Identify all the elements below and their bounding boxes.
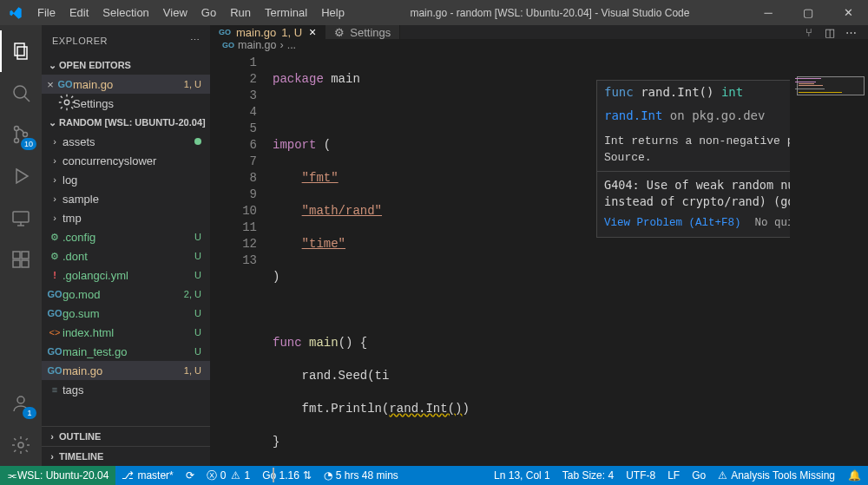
workspace-label: RANDOM [WSL: UBUNTU-20.04] <box>59 117 206 128</box>
tree-status: U <box>194 270 210 280</box>
section-workspace[interactable]: ⌄RANDOM [WSL: UBUNTU-20.04] <box>42 113 210 132</box>
svg-point-2 <box>14 86 26 98</box>
activity-account[interactable]: 1 <box>0 383 42 424</box>
status-remote[interactable]: ⫘WSL: Ubuntu-20.04 <box>0 466 115 485</box>
activity-settings[interactable] <box>0 424 42 466</box>
tree-label: .config <box>62 231 194 244</box>
svg-point-17 <box>64 100 69 105</box>
section-timeline[interactable]: ›TIMELINE <box>42 446 210 466</box>
file-index-html[interactable]: <>index.htmlU <box>42 323 210 342</box>
section-open-editors[interactable]: ⌄OPEN EDITORS <box>42 56 210 75</box>
gear-icon: ⚙ <box>47 251 62 262</box>
menu-terminal[interactable]: Terminal <box>258 0 314 25</box>
menu-file[interactable]: File <box>30 0 62 25</box>
menu-selection[interactable]: Selection <box>95 0 155 25</box>
editor-area: GO main.go 1, U × ⚙ Settings ⑂ ◫ ⋯ GO ma… <box>210 25 868 466</box>
gear-icon: ⚙ <box>334 26 345 39</box>
menu-edit[interactable]: Edit <box>62 0 95 25</box>
file-main-go[interactable]: GOmain.go1, U <box>42 361 210 380</box>
folder-concurrencyslower[interactable]: ›concurrencyslower <box>42 151 210 170</box>
svg-rect-0 <box>15 43 24 56</box>
folder-log[interactable]: ›log <box>42 170 210 189</box>
file-main-test-go[interactable]: GOmain_test.goU <box>42 342 210 361</box>
svg-line-3 <box>24 96 30 102</box>
section-outline[interactable]: ›OUTLINE <box>42 426 210 446</box>
go-icon: GO <box>47 365 62 376</box>
open-editor-label: Settings <box>73 97 210 110</box>
activity-debug[interactable] <box>0 155 42 197</box>
file-go-mod[interactable]: GOgo.mod2, U <box>42 285 210 304</box>
tab-main-go[interactable]: GO main.go 1, U × <box>210 25 326 39</box>
activity-scm[interactable]: 10 <box>0 114 42 155</box>
view-problem-link[interactable]: View Problem (Alt+F8) <box>604 215 741 232</box>
window-title: main.go - random [WSL: Ubuntu-20.04] - V… <box>352 7 748 19</box>
gear-icon <box>57 93 73 114</box>
maximize-button[interactable]: ▢ <box>788 0 828 25</box>
code-editor[interactable]: 1 2 3 4 5 6 7 8 9 10 11 12 13 package ma… <box>210 51 868 485</box>
status-branch[interactable]: ⎇master* <box>115 466 179 485</box>
tab-label: main.go <box>236 26 276 39</box>
menu-bar: File Edit Selection View Go Run Terminal… <box>30 0 352 25</box>
activity-explorer[interactable] <box>0 30 42 72</box>
tree-label: .dont <box>62 250 194 263</box>
explorer-more-icon[interactable]: ⋯ <box>190 35 201 46</box>
sync-icon: ⟳ <box>186 469 194 482</box>
code-token: fmt.Println( <box>273 402 389 416</box>
menu-run[interactable]: Run <box>223 0 258 25</box>
go-icon: GO <box>222 41 234 49</box>
tree-label: tags <box>62 383 210 397</box>
folder-sample[interactable]: ›sample <box>42 189 210 208</box>
mm-line <box>799 85 823 86</box>
minimap[interactable] <box>790 75 868 448</box>
line-number: 12 <box>210 236 257 252</box>
close-icon[interactable]: × <box>43 78 57 91</box>
menu-go[interactable]: Go <box>194 0 223 25</box>
code-token: main <box>309 336 339 350</box>
account-badge: 1 <box>23 407 36 419</box>
code-token: } <box>273 434 868 450</box>
open-editor-settings[interactable]: Settings <box>42 94 210 113</box>
tree-label: tmp <box>62 212 210 225</box>
menu-view[interactable]: View <box>156 0 194 25</box>
tab-settings[interactable]: ⚙ Settings <box>326 25 400 39</box>
line-number: 11 <box>210 220 257 236</box>
svg-rect-8 <box>13 212 29 222</box>
chevron-right-icon: › <box>47 193 62 204</box>
activity-remote[interactable] <box>0 197 42 239</box>
status-sync[interactable]: ⟳ <box>180 466 201 485</box>
code-token <box>302 336 309 350</box>
tab-close-icon[interactable]: × <box>309 25 316 39</box>
tree-status: 1, U <box>184 365 210 376</box>
file-dont[interactable]: ⚙.dontU <box>42 246 210 265</box>
tree-status: U <box>194 251 210 261</box>
svg-rect-12 <box>13 260 20 267</box>
file-config[interactable]: ⚙.configU <box>42 227 210 246</box>
activity-extensions[interactable] <box>0 239 42 280</box>
file-go-sum[interactable]: GOgo.sumU <box>42 304 210 323</box>
folder-tmp[interactable]: ›tmp <box>42 208 210 227</box>
code-warning-token: rand.Int() <box>389 402 462 416</box>
sidebar-header: EXPLORER ⋯ <box>42 25 210 56</box>
code-token: main <box>324 72 360 86</box>
go-icon: GO <box>47 346 62 357</box>
line-gutter: 1 2 3 4 5 6 7 8 9 10 11 12 13 <box>210 51 273 485</box>
open-editor-main-go[interactable]: × GO main.go 1, U <box>42 75 210 94</box>
split-icon[interactable]: ◫ <box>819 26 840 39</box>
activity-search[interactable] <box>0 72 42 114</box>
tab-suffix: 1, U <box>281 26 302 39</box>
file-tags[interactable]: ≡tags <box>42 380 210 399</box>
folder-assets[interactable]: ›assets <box>42 132 210 151</box>
line-number: 5 <box>210 121 257 137</box>
line-number: 9 <box>210 187 257 203</box>
svg-marker-7 <box>16 169 28 183</box>
code-token: func <box>273 336 302 350</box>
breadcrumb[interactable]: GO main.go › ... <box>210 39 868 51</box>
file-golangci-yml[interactable]: !.golangci.ymlU <box>42 265 210 285</box>
menu-help[interactable]: Help <box>314 0 352 25</box>
more-icon[interactable]: ⋯ <box>840 26 861 39</box>
compare-icon[interactable]: ⑂ <box>799 26 819 39</box>
tag-icon: ≡ <box>47 384 62 395</box>
minimize-button[interactable]: ─ <box>748 0 788 25</box>
close-window-button[interactable]: ✕ <box>828 0 868 25</box>
mm-line <box>799 92 842 93</box>
